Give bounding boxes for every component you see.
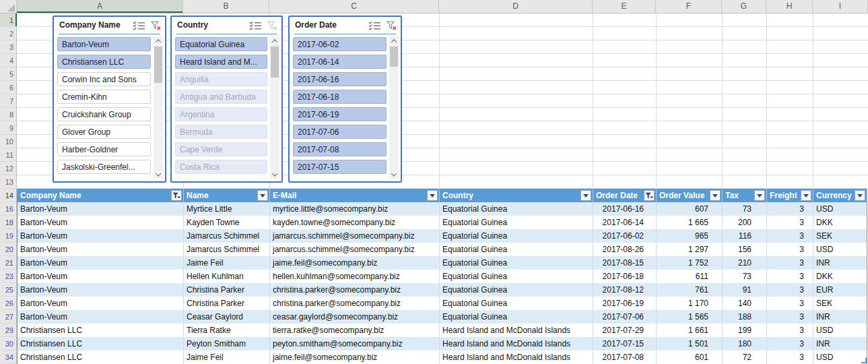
cell-e-mail[interactable]: christina.parker@somecompany.biz [270, 297, 440, 310]
scroll-up-button[interactable] [270, 36, 279, 45]
row-header-1[interactable]: 1 [0, 13, 17, 27]
cell-tax[interactable]: 200 [723, 216, 767, 229]
cell-country[interactable]: Equatorial Guinea [440, 283, 593, 297]
row-header-16[interactable]: 16 [0, 202, 17, 216]
cell-order-value[interactable]: 1 170 [657, 297, 723, 310]
cell-tax[interactable]: 199 [723, 324, 767, 337]
scroll-down-button[interactable] [270, 170, 279, 179]
cell-e-mail[interactable]: tierra.ratke@somecompany.biz [270, 324, 440, 337]
column-header-i[interactable]: I [813, 0, 868, 13]
cell-order-date[interactable]: 2017-06-19 [593, 297, 657, 310]
column-header-b[interactable]: B [183, 0, 269, 13]
row-header-9[interactable]: 9 [0, 121, 17, 135]
cell-freight[interactable]: 3 [767, 256, 813, 270]
slicer-item-cruickshank-group[interactable]: Cruickshank Group [57, 107, 151, 121]
row-header-27[interactable]: 27 [0, 310, 17, 324]
column-header-g[interactable]: G [722, 0, 766, 13]
slicer-item-costa-rica[interactable]: Costa Rica [175, 160, 267, 174]
cell-tax[interactable]: 188 [723, 310, 767, 324]
row-header-11[interactable]: 11 [0, 148, 17, 162]
column-company-name-header[interactable]: Company Name [18, 189, 184, 202]
column-header-h[interactable]: H [766, 0, 813, 13]
cell-order-date[interactable]: 2017-06-16 [593, 202, 657, 216]
slicer-item-2017-07-06[interactable]: 2017-07-06 [293, 125, 387, 139]
column-order-date-header[interactable]: Order Date [593, 189, 657, 202]
row-header-2[interactable]: 2 [0, 27, 17, 40]
cell-tax[interactable]: 73 [723, 270, 767, 283]
cell-company-name[interactable]: Barton-Veum [18, 256, 184, 270]
cell-order-value[interactable]: 607 [657, 202, 723, 216]
row-header-5[interactable]: 5 [0, 67, 17, 81]
cell-name[interactable]: Jaime Feil [184, 351, 270, 364]
slicer-item-2017-06-02[interactable]: 2017-06-02 [293, 37, 387, 51]
row-header-7[interactable]: 7 [0, 94, 17, 108]
applied-filter-button-company-name[interactable] [171, 190, 182, 201]
column-e-mail-header[interactable]: E-Mail [270, 189, 440, 202]
cell-company-name[interactable]: Barton-Veum [18, 229, 184, 243]
scroll-up-button[interactable] [154, 36, 163, 45]
cell-e-mail[interactable]: jaime.feil@somecompany.biz [270, 256, 440, 270]
multi-select-button[interactable] [131, 19, 146, 32]
cell-order-date[interactable]: 2017-07-15 [593, 337, 657, 351]
slicer-item-2017-06-18[interactable]: 2017-06-18 [293, 90, 387, 104]
row-header-10[interactable]: 10 [0, 135, 17, 148]
slicer-item-2017-07-08[interactable]: 2017-07-08 [293, 142, 387, 156]
cell-order-value[interactable]: 601 [657, 351, 723, 364]
cell-country[interactable]: Equatorial Guinea [440, 243, 593, 256]
row-header-34[interactable]: 34 [0, 351, 17, 364]
cell-order-value[interactable]: 965 [657, 229, 723, 243]
row-header-26[interactable]: 26 [0, 297, 17, 310]
slicer-item-bermuda[interactable]: Bermuda [175, 125, 267, 139]
cell-company-name[interactable]: Barton-Veum [18, 243, 184, 256]
applied-filter-button-order-date[interactable] [644, 190, 655, 201]
cell-currency[interactable]: USD [813, 243, 867, 256]
row-header-23[interactable]: 23 [0, 270, 17, 283]
cell-order-date[interactable]: 2017-07-29 [593, 324, 657, 337]
slicer-item-cape-verde[interactable]: Cape Verde [175, 142, 267, 156]
cell-freight[interactable]: 3 [767, 297, 813, 310]
cell-freight[interactable]: 3 [767, 270, 813, 283]
cell-company-name[interactable]: Christiansen LLC [18, 337, 184, 351]
clear-filter-button[interactable] [265, 19, 279, 32]
column-order-value-header[interactable]: Order Value [657, 189, 723, 202]
column-name-header[interactable]: Name [184, 189, 270, 202]
cell-country[interactable]: Heard Island and McDonald Islands [440, 337, 593, 351]
cell-order-value[interactable]: 1 297 [657, 243, 723, 256]
select-all-button[interactable] [0, 0, 17, 13]
cell-order-date[interactable]: 2017-07-06 [593, 310, 657, 324]
filter-dropdown-button-country[interactable] [580, 190, 591, 201]
scroll-up-button[interactable] [389, 36, 399, 45]
column-country-header[interactable]: Country [440, 189, 593, 202]
cell-e-mail[interactable]: peyton.smitham@somecompany.biz [270, 337, 440, 351]
cell-freight[interactable]: 3 [767, 283, 813, 297]
cell-order-value[interactable]: 611 [657, 270, 723, 283]
cell-order-date[interactable]: 2017-08-12 [593, 283, 657, 297]
filter-dropdown-button-tax[interactable] [754, 190, 765, 201]
cell-order-value[interactable]: 1 752 [657, 256, 723, 270]
cell-e-mail[interactable]: myrtice.little@somecompany.biz [270, 202, 440, 216]
row-header-29[interactable]: 29 [0, 324, 17, 337]
slicer-item-heard-island-and-m[interactable]: Heard Island and M... [175, 55, 267, 69]
filter-dropdown-button-e-mail[interactable] [427, 190, 438, 201]
slicer-item-barton-veum[interactable]: Barton-Veum [57, 37, 151, 51]
cell-order-date[interactable]: 2017-08-26 [593, 243, 657, 256]
cell-currency[interactable]: USD [813, 202, 867, 216]
clear-filter-button[interactable] [148, 19, 163, 32]
cell-order-date[interactable]: 2017-08-15 [593, 256, 657, 270]
cell-freight[interactable]: 3 [767, 216, 813, 229]
slicer-item-2017-06-16[interactable]: 2017-06-16 [293, 72, 387, 86]
column-header-f[interactable]: F [656, 0, 722, 13]
cell-country[interactable]: Equatorial Guinea [440, 216, 593, 229]
row-header-13[interactable]: 13 [0, 175, 17, 189]
cell-e-mail[interactable]: jamarcus.schimmel@somecompany.biz [270, 243, 440, 256]
cell-name[interactable]: Peyton Smitham [184, 337, 270, 351]
cell-tax[interactable]: 140 [723, 297, 767, 310]
cell-tax[interactable]: 156 [723, 243, 767, 256]
cell-company-name[interactable]: Christiansen LLC [18, 351, 184, 364]
cell-tax[interactable]: 116 [723, 229, 767, 243]
cell-order-value[interactable]: 1 665 [657, 216, 723, 229]
cell-freight[interactable]: 3 [767, 337, 813, 351]
column-header-c[interactable]: C [269, 0, 439, 13]
cell-currency[interactable]: SEK [813, 297, 867, 310]
scrollbar-thumb[interactable] [154, 47, 162, 83]
